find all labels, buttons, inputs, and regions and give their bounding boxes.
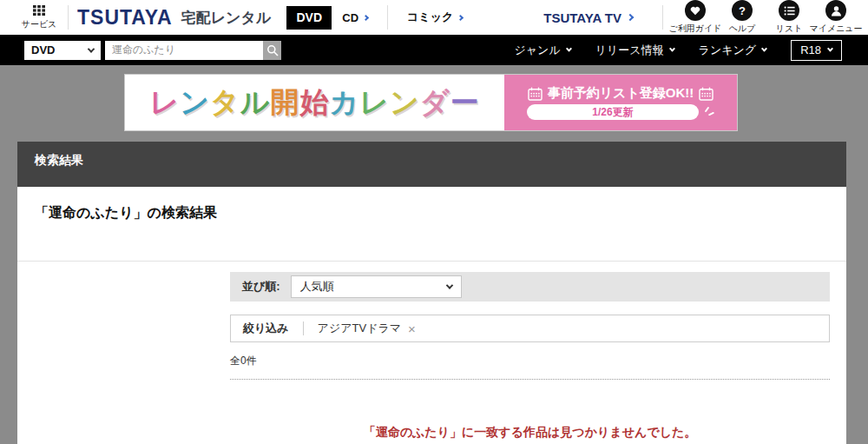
chevron-down-icon (445, 282, 452, 288)
banner-title-char: ン (180, 83, 210, 123)
my-menu-button[interactable]: マイメニュー (812, 0, 859, 35)
update-date-pill: 1/26更新 (527, 104, 699, 120)
my-menu-label: マイメニュー (809, 23, 862, 35)
search-input[interactable] (105, 41, 263, 60)
sort-label: 並び順: (242, 279, 280, 295)
banner-promo-text: 事前予約リスト登録OK!! (548, 85, 694, 102)
banner-title-char: 開 (271, 83, 300, 123)
ranking-label: ランキング (699, 43, 757, 58)
banner-title-char: 始 (300, 83, 330, 123)
help-label: ヘルプ (729, 23, 756, 35)
tab-comic-label: コミック (407, 10, 453, 25)
banner-title-char: ン (390, 83, 420, 123)
list-icon (779, 0, 799, 21)
section-title-bar: 検索結果 (17, 142, 846, 187)
banner-title-char: カ (330, 83, 360, 123)
list-label: リスト (776, 23, 803, 35)
filter-tag: アジアTVドラマ (318, 321, 401, 336)
guide-button[interactable]: ご利用ガイド (672, 0, 719, 35)
tab-dvd[interactable]: DVD (286, 6, 332, 30)
guide-heart-icon (685, 0, 706, 21)
service-label: サービス (22, 18, 57, 30)
dotted-divider (230, 379, 830, 380)
results-content: 並び順: 人気順 絞り込み アジアTVドラマ × 全0件 「運命のふたり」に一致… (230, 272, 830, 441)
result-count: 全0件 (230, 354, 830, 368)
remove-filter-icon[interactable]: × (408, 322, 416, 335)
tsutaya-tv-link[interactable]: TSUTAYA TV (543, 10, 633, 25)
filter-box: 絞り込み アジアTVドラマ × (230, 315, 830, 342)
chevron-right-icon (457, 14, 464, 20)
ranking-menu[interactable]: ランキング (699, 43, 767, 58)
guide-label: ご利用ガイド (669, 23, 722, 35)
filter-divider (303, 321, 304, 335)
sort-select-value: 人気順 (300, 279, 334, 295)
header-divider (68, 5, 69, 30)
chevron-down-icon (566, 46, 572, 52)
banner-title-char: ー (450, 83, 480, 123)
release-info-label: リリース情報 (595, 43, 664, 58)
r18-label: R18 (800, 43, 821, 56)
empty-result-message: 「運命のふたり」に一致する作品は見つかりませんでした。 (230, 425, 830, 441)
calendar-icon (528, 87, 542, 101)
filter-label: 絞り込み (243, 321, 289, 336)
grid-icon (32, 4, 46, 17)
section-title: 検索結果 (35, 153, 83, 167)
header-divider (387, 5, 388, 30)
banner-title-char: レ (359, 83, 390, 123)
r18-select[interactable]: R18 (791, 40, 842, 61)
banner-update-row: 1/26更新 (527, 104, 714, 120)
results-card: 検索結果 「運命のふたり」の検索結果 並び順: 人気順 絞り込み アジアTVドラ… (17, 142, 846, 444)
title-divider (17, 261, 846, 262)
page-title: 「運命のふたり」の検索結果 (35, 204, 217, 222)
banner-title-char: タ (210, 83, 240, 123)
banner-promo: 事前予約リスト登録OK!! 1/26更新 (504, 75, 737, 130)
genre-label: ジャンル (514, 43, 560, 58)
calendar-icon (699, 87, 713, 101)
service-name: 宅配レンタル (181, 8, 272, 28)
banner-title-char: レ (149, 83, 180, 123)
list-button[interactable]: リスト (766, 0, 812, 35)
sparkle-icon (704, 107, 714, 117)
genre-menu[interactable]: ジャンル (514, 43, 570, 58)
service-menu-button[interactable]: サービス (19, 4, 59, 30)
category-select[interactable]: DVD (24, 41, 101, 60)
search-icon (266, 44, 279, 56)
banner-title-char: ル (240, 83, 271, 123)
user-icon (825, 0, 846, 21)
chevron-down-icon (827, 46, 833, 52)
chevron-down-icon (669, 46, 675, 52)
tab-cd[interactable]: CD (342, 11, 368, 24)
banner-title: レンタル開始カレンダー (125, 75, 504, 130)
tsutaya-tv-label: TSUTAYA TV (543, 10, 621, 25)
search-navbar: DVD ジャンル リリース情報 ランキング R18 (0, 35, 868, 65)
tab-cd-label: CD (342, 11, 358, 24)
utility-menu: ご利用ガイド ? ヘルプ リスト マイメニュー (672, 0, 868, 35)
chevron-right-icon (627, 14, 634, 21)
top-header: サービス TSUTAYA 宅配レンタル DVD CD コミック TSUTAYA … (0, 0, 868, 35)
help-icon: ? (732, 0, 753, 21)
chevron-down-icon (761, 46, 767, 52)
header-divider (662, 5, 663, 30)
release-info-menu[interactable]: リリース情報 (595, 43, 674, 58)
sort-bar: 並び順: 人気順 (230, 272, 830, 302)
banner-title-char: ダ (420, 83, 450, 123)
chevron-down-icon (88, 45, 95, 52)
category-select-value: DVD (31, 43, 55, 56)
tab-comic[interactable]: コミック (407, 10, 463, 25)
tsutaya-logo[interactable]: TSUTAYA (77, 6, 173, 30)
banner-promo-row: 事前予約リスト登録OK!! (528, 85, 714, 102)
help-button[interactable]: ? ヘルプ (719, 0, 766, 35)
page-background: レンタル開始カレンダー 事前予約リスト登録OK!! (0, 65, 868, 444)
rental-calendar-banner[interactable]: レンタル開始カレンダー 事前予約リスト登録OK!! (124, 74, 738, 131)
search-button[interactable] (263, 41, 281, 60)
sort-select[interactable]: 人気順 (291, 275, 462, 298)
chevron-right-icon (363, 14, 369, 20)
